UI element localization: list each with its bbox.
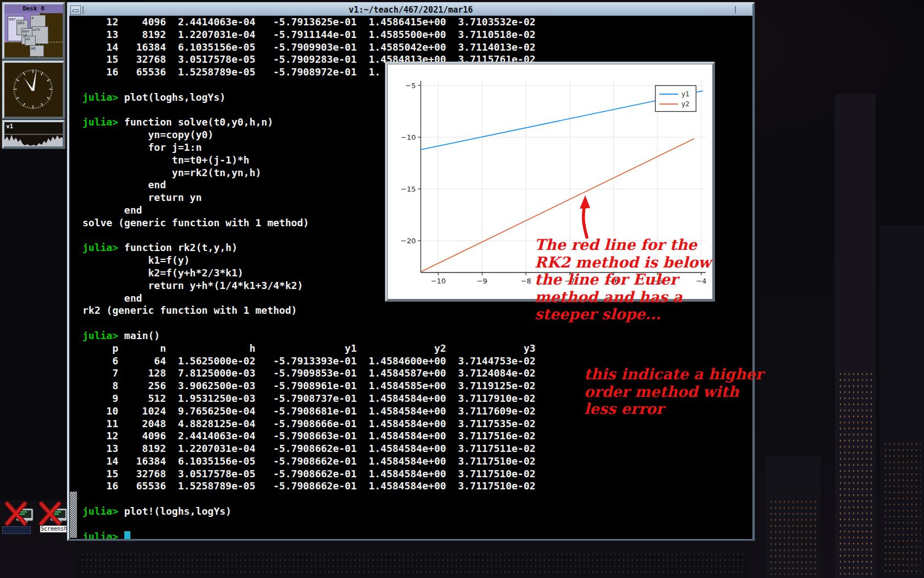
annotation-line: less error <box>584 400 763 418</box>
clock-widget[interactable] <box>2 61 65 119</box>
julia-prompt: julia> <box>82 330 118 341</box>
annotation-line: steeper slope... <box>535 306 711 323</box>
terminal-line: 15 32768 3.0517578e-05 -5.7908662e-01 1.… <box>82 468 536 481</box>
pager-mini-window[interactable]: al <box>25 36 36 46</box>
xload-graph <box>4 130 63 146</box>
annotation-note-order: this indicate a higherorder method withl… <box>584 366 763 418</box>
x-logo-icon <box>38 501 68 526</box>
terminal-line: 12 4096 2.4414063e-04 -5.7913625e-01 1.4… <box>82 16 536 29</box>
pager-mini-window[interactable]: ad <box>30 45 44 57</box>
terminal-cursor <box>124 531 130 539</box>
terminal-line: 8 256 3.9062500e-03 -5.7908961e-01 1.458… <box>82 380 536 392</box>
pager-title: Desk 0 <box>4 4 63 13</box>
terminal-line <box>82 518 536 531</box>
terminal-line: 10 1024 9.7656250e-04 -5.7908681e-01 1.4… <box>82 405 536 418</box>
scrollbar-thumb[interactable] <box>70 492 77 538</box>
building-lights <box>769 499 817 575</box>
xterm-icon[interactable] <box>38 501 68 526</box>
svg-text:−10: −10 <box>401 133 416 141</box>
terminal-line: p n h y1 y2 y3 <box>82 342 536 355</box>
terminal-line: 7 128 7.8125000e-03 -5.7909853e-01 1.458… <box>82 367 536 380</box>
terminal-line: rk2 (generic function with 1 method) <box>82 304 536 317</box>
svg-text:y2: y2 <box>681 100 690 108</box>
terminal-line: 13 8192 1.2207031e-04 -5.7908662e-01 1.4… <box>82 443 536 455</box>
city-building <box>77 544 748 578</box>
terminal-line: 14 16384 6.1035156e-05 -5.7909903e-01 1.… <box>82 41 536 54</box>
svg-text:−10: −10 <box>431 277 446 285</box>
julia-prompt: julia> <box>82 242 118 253</box>
clock-face <box>4 63 63 117</box>
annotation-line: the line for Euler <box>535 271 711 288</box>
julia-prompt: julia> <box>82 505 118 517</box>
terminal-line: 9 512 1.9531250e-03 -5.7908737e-01 1.458… <box>82 392 536 405</box>
building-lights <box>838 371 872 575</box>
building-lights <box>883 441 921 575</box>
titlebar[interactable]: v1:~/teach/467/2021/mar16 <box>69 4 752 16</box>
xterm-icon[interactable] <box>4 501 34 526</box>
building-lights <box>80 551 745 575</box>
annotation-note-rk2: The red line for theRK2 method is belowt… <box>535 236 711 323</box>
terminal-line: 13 8192 1.2207031e-04 -5.7911144e-01 1.4… <box>82 29 536 41</box>
annotation-line: this indicate a higher <box>584 366 763 383</box>
terminal-line: 14 16384 6.1035156e-05 -5.7908662e-01 1.… <box>82 455 536 468</box>
terminal-line <box>82 317 536 330</box>
annotation-line: method and has a <box>535 288 711 306</box>
julia-prompt: julia> <box>82 116 118 128</box>
xload-label: v1 <box>6 123 13 130</box>
terminal-line <box>82 493 536 505</box>
svg-text:−9: −9 <box>477 277 487 285</box>
titlebar-divider <box>735 6 736 14</box>
pager-widget[interactable]: Desk 0 mar GKS e mar 16 urn al ad <box>2 2 65 59</box>
julia-prompt: julia> <box>82 531 118 539</box>
city-building <box>880 226 924 578</box>
svg-text:−15: −15 <box>401 185 416 193</box>
svg-text:−20: −20 <box>401 237 416 245</box>
scrollbar[interactable] <box>69 16 78 539</box>
terminal-line: julia> main() <box>82 330 536 342</box>
pager-body[interactable]: mar GKS e mar 16 urn al ad <box>4 13 63 57</box>
svg-text:−8: −8 <box>521 277 531 285</box>
julia-prompt: julia> <box>82 91 118 103</box>
terminal-line: 16 65536 1.5258789e-05 -5.7908662e-01 1.… <box>82 480 536 493</box>
x-logo-icon <box>4 501 34 526</box>
svg-text:y1: y1 <box>681 90 690 98</box>
annotation-line: RK2 method is below <box>535 254 711 271</box>
annotation-line: The red line for the <box>535 236 711 254</box>
terminal-line: julia> plot!(loghs,logYs) <box>82 505 536 518</box>
xload-widget[interactable]: v1 <box>2 120 65 149</box>
terminal-line: 12 4096 2.4414063e-04 -5.7908663e-01 1.4… <box>82 430 536 443</box>
plot-legend: y1y2 <box>656 86 696 112</box>
icon-label[interactable] <box>2 526 31 534</box>
icon-label-screenshot[interactable]: Screensh <box>40 525 67 533</box>
terminal-line: julia> <box>82 531 536 539</box>
terminal-line: 11 2048 4.8828125e-04 -5.7908666e-01 1.4… <box>82 418 536 430</box>
window-title: v1:~/teach/467/2021/mar16 <box>69 4 752 15</box>
city-building <box>0 148 67 500</box>
annotation-line: order method with <box>584 383 763 401</box>
city-building <box>835 94 876 578</box>
svg-text:−5: −5 <box>405 81 416 90</box>
desktop: Desk 0 mar GKS e mar 16 urn al ad v1 <box>0 0 924 578</box>
city-building <box>766 456 821 578</box>
terminal-line: 6 64 1.5625000e-02 -5.7913393e-01 1.4584… <box>82 355 536 368</box>
